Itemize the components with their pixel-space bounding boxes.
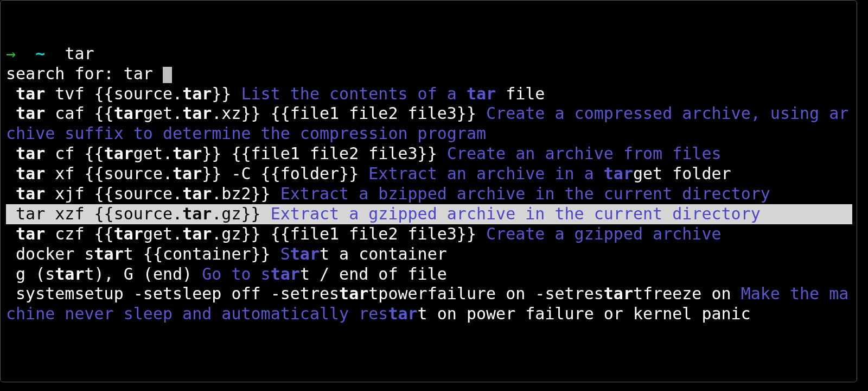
result-row[interactable]: systemsetup -setsleep off -setrestartpow… xyxy=(6,284,852,324)
result-description: Extract a bzipped archive in the current… xyxy=(271,184,770,203)
prompt-arrow-icon: → xyxy=(6,44,16,63)
result-row-selected[interactable]: tar xzf {{source.tar.gz}} Extract a gzip… xyxy=(6,204,852,224)
result-row[interactable]: tar xjf {{source.tar.bz2}} Extract a bzi… xyxy=(6,184,852,204)
result-row[interactable]: tar tvf {{source.tar}} List the contents… xyxy=(6,84,852,104)
result-command: tar xjf {{source.tar.bz2}} xyxy=(16,184,271,203)
result-row[interactable]: g (start), G (end) Go to start / end of … xyxy=(6,264,852,285)
terminal-window[interactable]: → ~ tarsearch for: tar tar tvf {{source.… xyxy=(0,0,857,382)
result-command: docker start {{container}} xyxy=(16,244,271,263)
prompt-cwd: ~ xyxy=(35,44,45,63)
result-command: tar xf {{source.tar}} -C {{folder}} xyxy=(16,164,359,183)
result-row[interactable]: docker start {{container}} Start a conta… xyxy=(6,244,852,264)
result-command: tar tvf {{source.tar}} xyxy=(16,84,231,103)
results-list: tar tvf {{source.tar}} List the contents… xyxy=(6,84,852,325)
search-line[interactable]: search for: tar xyxy=(6,64,852,84)
prompt-line[interactable]: → ~ tar xyxy=(6,44,852,64)
result-command: tar czf {{target.tar.gz}} {{file1 file2 … xyxy=(16,224,476,243)
result-description: Create a gzipped archive xyxy=(476,224,722,243)
cursor-icon xyxy=(163,67,172,83)
result-row[interactable]: tar czf {{target.tar.gz}} {{file1 file2 … xyxy=(6,224,852,244)
prompt-typed-command: tar xyxy=(65,44,94,63)
result-row[interactable]: tar caf {{target.tar.xz}} {{file1 file2 … xyxy=(6,104,852,144)
result-command: tar caf {{target.tar.xz}} {{file1 file2 … xyxy=(16,104,476,123)
result-description: Create an archive from files xyxy=(437,144,722,163)
result-description: Extract an archive in a target folder xyxy=(359,164,731,183)
result-description: List the contents of a tar file xyxy=(231,84,545,103)
result-command: tar cf {{target.tar}} {{file1 file2 file… xyxy=(16,144,437,163)
result-command: systemsetup -setsleep off -setrestartpow… xyxy=(16,284,731,303)
result-description: Go to start / end of file xyxy=(192,264,447,283)
result-command: g (start), G (end) xyxy=(16,264,192,283)
result-row[interactable]: tar xf {{source.tar}} -C {{folder}} Extr… xyxy=(6,164,852,184)
result-description: Start a container xyxy=(271,244,447,263)
search-label: search for: xyxy=(6,64,114,83)
result-description: Extract a gzipped archive in the current… xyxy=(261,204,761,223)
search-query: tar xyxy=(124,64,153,83)
result-row[interactable]: tar cf {{target.tar}} {{file1 file2 file… xyxy=(6,144,852,164)
result-command: tar xzf {{source.tar.gz}} xyxy=(16,204,261,223)
